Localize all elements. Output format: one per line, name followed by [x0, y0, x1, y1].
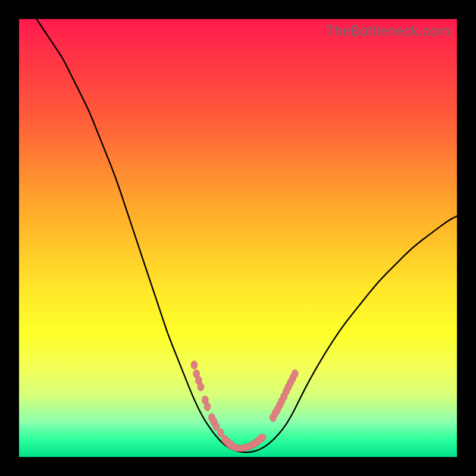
curve-marker: [191, 361, 198, 369]
curve-marker: [292, 369, 298, 378]
curve-marker: [198, 383, 204, 391]
plot-area: TheBottleneck.com: [19, 19, 457, 457]
curve-marker: [217, 429, 224, 437]
marker-group: [191, 361, 298, 451]
curve-marker: [258, 434, 267, 440]
curve-marker: [204, 402, 211, 411]
curve-marker: [213, 422, 220, 431]
bottleneck-curve-svg: [19, 19, 457, 457]
bottleneck-curve-path: [36, 19, 457, 452]
outer-frame: TheBottleneck.com: [0, 0, 476, 476]
